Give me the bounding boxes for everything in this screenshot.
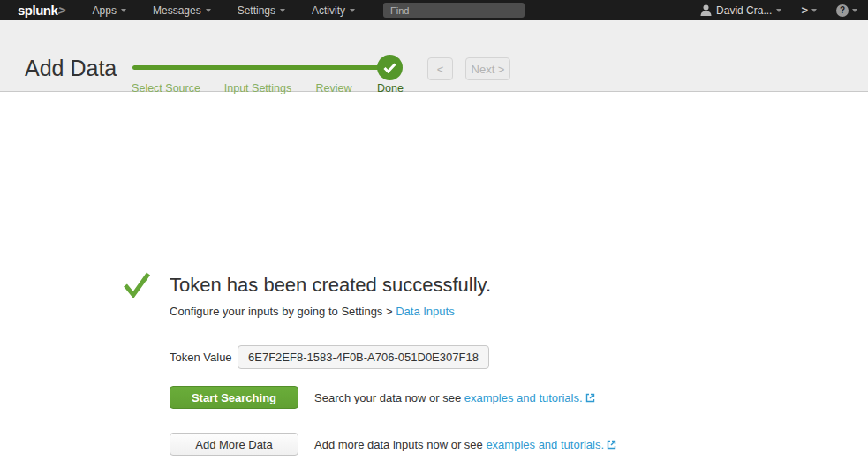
chevron-down-icon — [852, 9, 857, 12]
action-row: Add More Data Add more data inputs now o… — [170, 433, 616, 456]
success-title: Token has been created successfully. — [170, 274, 491, 297]
step-select-source: Select Source — [132, 82, 200, 94]
add-more-data-button[interactable]: Add More Data — [170, 433, 298, 456]
subtitle-text: Configure your inputs by going to Settin… — [170, 305, 396, 318]
chevron-down-icon — [811, 9, 817, 12]
user-name: David Cra... — [716, 4, 772, 17]
nav-messages[interactable]: Messages — [153, 4, 211, 17]
examples-tutorials-link[interactable]: examples and tutorials. — [464, 391, 583, 404]
splunk-logo-caret: > — [57, 3, 68, 18]
wizard-header: Add Data Select Source Input Settings Re… — [0, 20, 868, 92]
chevron-down-icon — [350, 9, 355, 12]
nav-activity-label: Activity — [312, 4, 345, 17]
chevron-down-icon — [206, 9, 211, 12]
find-search-input[interactable] — [383, 3, 525, 18]
chevron-down-icon — [776, 9, 781, 12]
user-menu[interactable]: David Cra... — [700, 4, 781, 17]
action-row: Start Searching Search your data now or … — [170, 386, 595, 409]
token-value[interactable]: 6E7F2EF8-1583-4F0B-A706-051D0E307F18 — [238, 345, 489, 369]
splunk-logo-text: splunk — [18, 3, 57, 18]
token-value-label: Token Value — [170, 351, 237, 364]
help-icon: ? — [836, 4, 849, 17]
nav-settings-label: Settings — [238, 4, 275, 17]
data-inputs-link[interactable]: Data Inputs — [396, 305, 455, 318]
external-link-icon — [585, 393, 595, 403]
check-icon — [383, 63, 396, 73]
chevron-down-icon — [121, 9, 126, 12]
action-description-text: Add more data inputs now or see — [314, 438, 486, 451]
nav-apps[interactable]: Apps — [93, 4, 126, 17]
nav-messages-label: Messages — [153, 4, 201, 17]
step-input-settings: Input Settings — [224, 82, 291, 94]
arrow-icon: > — [801, 4, 808, 17]
next-button[interactable]: Next > — [465, 57, 510, 80]
page-title: Add Data — [25, 56, 117, 81]
action-description: Search your data now or see examples and… — [314, 391, 595, 404]
top-bar: splunk> Apps Messages Settings Activity … — [0, 0, 868, 20]
nav-apps-label: Apps — [93, 4, 117, 17]
back-button[interactable]: < — [427, 57, 453, 80]
step-review: Review — [316, 82, 352, 94]
user-icon — [700, 4, 712, 17]
progress-done-icon — [377, 55, 403, 80]
start-searching-button[interactable]: Start Searching — [170, 386, 298, 409]
examples-tutorials-link[interactable]: examples and tutorials. — [486, 438, 604, 451]
external-link-icon — [607, 440, 616, 450]
nav-activity[interactable]: Activity — [312, 4, 355, 17]
splunk-logo[interactable]: splunk> — [18, 3, 66, 18]
success-check-icon — [123, 270, 151, 300]
nav-settings[interactable]: Settings — [238, 4, 285, 17]
action-description-text: Search your data now or see — [314, 391, 464, 404]
activity-arrow-menu[interactable]: > — [801, 4, 817, 17]
progress-bar — [132, 65, 380, 70]
chevron-down-icon — [280, 9, 285, 12]
help-menu[interactable]: ? — [836, 4, 857, 17]
token-row: Token Value 6E7F2EF8-1583-4F0B-A706-051D… — [170, 345, 489, 369]
action-description: Add more data inputs now or see examples… — [314, 438, 616, 451]
subtitle: Configure your inputs by going to Settin… — [170, 305, 455, 318]
step-done: Done — [377, 82, 404, 94]
